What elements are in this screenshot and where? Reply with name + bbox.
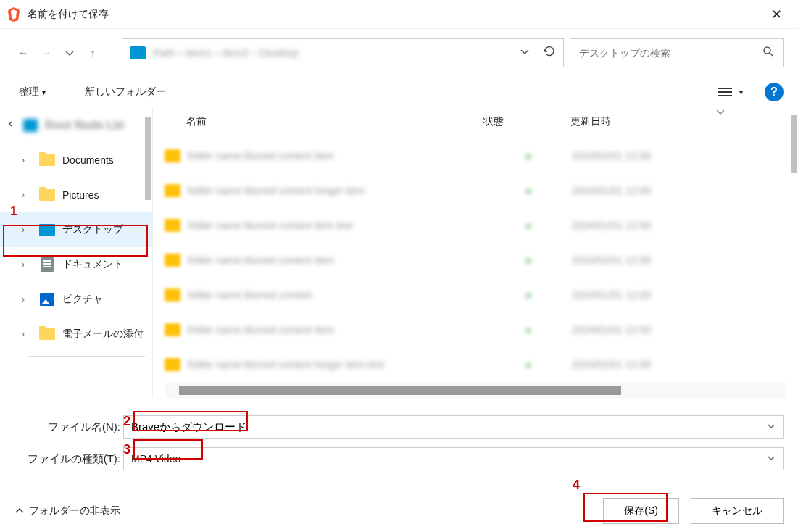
svg-point-0 [764,47,770,54]
divider [29,356,145,357]
file-row[interactable]: folder name blurred content●2024/01/01 1… [165,278,786,312]
sidebar-item-email[interactable]: › 電子メールの添付 [0,317,152,352]
column-status[interactable]: 状態 [483,115,570,128]
folder-icon [165,184,180,197]
svg-line-1 [770,53,773,56]
tree-root[interactable]: Root Node Lbl [0,108,152,143]
search-icon[interactable] [762,46,774,59]
folder-icon [39,154,55,166]
save-button[interactable]: 保存(S) [603,498,679,524]
chevron-icon[interactable]: › [22,190,32,200]
nav-recent-dropdown[interactable] [61,44,78,62]
chevron-up-icon [14,506,25,516]
new-folder-button[interactable]: 新しいフォルダー [80,83,170,101]
column-date[interactable]: 更新日時 [570,115,686,128]
file-row[interactable]: folder name blurred content item text●20… [165,208,786,243]
breadcrumb-path: Path › Item1 › Item2 › Desktop [153,46,512,59]
nav-forward-button[interactable]: → [38,44,55,62]
nav-back-button[interactable]: ← [14,44,32,62]
folder-icon [39,189,55,201]
sidebar-item-documents[interactable]: › Documents [0,143,152,178]
file-row[interactable]: folder name blurred content item●2024/01… [165,243,786,278]
sidebar-item-pictures[interactable]: › Pictures [0,178,152,212]
folder-icon [165,219,180,232]
nav-up-button[interactable]: ↑ [84,44,101,62]
horizontal-scrollbar[interactable] [165,383,786,398]
sidebar-item-pictures-jp[interactable]: › ピクチャ [0,282,152,317]
column-name[interactable]: 名前 [165,115,483,128]
filename-input[interactable] [131,421,767,433]
sidebar-tree: Root Node Lbl › Documents › Pictures › デ… [0,108,152,398]
hamburger-icon [718,88,732,96]
folder-icon [165,254,180,267]
chevron-icon[interactable]: › [22,294,32,304]
folder-icon [165,323,180,336]
hide-folders-button[interactable]: フォルダーの非表示 [14,504,120,518]
file-row[interactable]: folder name blurred content longer item●… [165,173,786,208]
chevron-down-icon [767,454,776,465]
column-chevron-icon[interactable] [715,107,726,119]
root-icon [23,119,38,132]
sidebar-scrollbar[interactable] [145,117,151,200]
document-icon [41,257,54,272]
folder-icon [39,328,55,340]
picture-icon [40,293,54,306]
filetype-label: ファイルの種類(T): [14,452,123,466]
help-button[interactable]: ? [765,83,784,101]
close-button[interactable]: ✕ [762,0,791,29]
desktop-icon [39,224,55,236]
chevron-down-icon[interactable] [520,46,530,59]
file-row[interactable]: folder name blurred content longer item … [165,347,786,382]
search-box[interactable] [570,38,784,67]
chevron-icon[interactable] [6,120,16,130]
brave-logon [7,7,20,22]
file-list: folder name blurred content item●2024/01… [153,136,798,383]
filename-label: ファイル名(N): [14,420,123,434]
chevron-icon[interactable]: › [22,155,32,165]
file-list-header: 名前 状態 更新日時 [153,108,798,136]
filetype-select[interactable]: MP4 Video [123,447,784,470]
folder-icon [165,288,180,302]
desktop-icon [130,46,146,59]
folder-icon [165,358,180,371]
chevron-down-icon[interactable] [767,422,776,433]
refresh-button[interactable] [543,45,556,60]
address-bar[interactable]: Path › Item1 › Item2 › Desktop [122,38,564,67]
file-scrollbar[interactable] [791,115,797,173]
tree-root-label: Root Node Lbl [45,119,124,132]
search-input[interactable] [579,47,755,59]
cancel-button[interactable]: キャンセル [691,498,784,524]
file-row[interactable]: folder name blurred content item●2024/01… [165,312,786,347]
chevron-icon[interactable]: › [22,225,32,235]
sidebar-item-desktop[interactable]: › デスクトップ [0,212,152,247]
sidebar-item-documents-jp[interactable]: › ドキュメント [0,247,152,282]
chevron-icon[interactable]: › [22,329,32,339]
folder-icon [165,149,180,162]
organize-button[interactable]: 整理 ▾ [14,83,50,101]
view-options-button[interactable]: ▾ [718,88,743,96]
chevron-icon[interactable]: › [22,259,32,270]
window-title: 名前を付けて保存 [28,8,762,21]
file-row[interactable]: folder name blurred content item●2024/01… [165,138,786,173]
